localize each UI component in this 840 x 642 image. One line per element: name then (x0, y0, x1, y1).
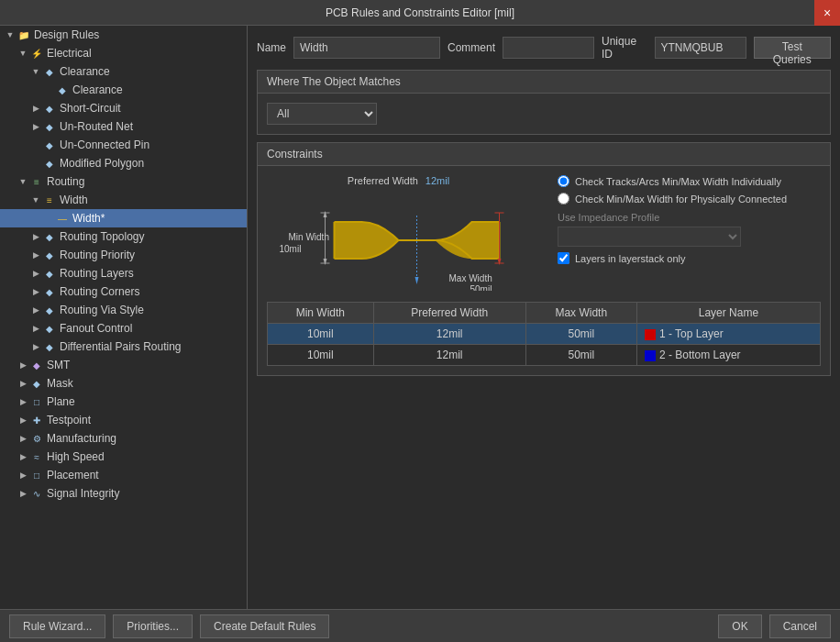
tree-icon-routing-topology: ◆ (42, 229, 57, 244)
tree-item-width-group[interactable]: ▼≡Width (0, 191, 247, 209)
rule-wizard-button[interactable]: Rule Wizard... (9, 614, 105, 638)
tree-icon-design-rules: 📁 (17, 28, 31, 42)
tree-label-clearance-item: Clearance (72, 83, 123, 96)
close-button[interactable]: × (814, 0, 840, 26)
comment-label: Comment (448, 41, 495, 54)
tree-item-clearance-item[interactable]: ◆Clearance (0, 81, 247, 99)
tree-label-manufacturing: Manufacturing (47, 432, 116, 445)
constraints-content: Preferred Width 12mil (258, 166, 830, 375)
where-matches-title: Where The Object Matches (258, 71, 830, 94)
radio2-label: Check Min/Max Width for Physically Conne… (575, 194, 787, 205)
title-bar: PCB Rules and Constraints Editor [mil] × (0, 0, 840, 26)
cell-preferred-width: 12mil (373, 345, 525, 366)
header-row: Name Comment Unique ID Test Queries (257, 35, 831, 61)
tree-icon-un-routed-net: ◆ (42, 119, 57, 134)
tree-item-routing-priority[interactable]: ▶◆Routing Priority (0, 246, 247, 264)
tree-item-un-routed-net[interactable]: ▶◆Un-Routed Net (0, 117, 247, 136)
tree-item-plane[interactable]: ▶□Plane (0, 393, 247, 411)
tree-item-manufacturing[interactable]: ▶⚙Manufacturing (0, 429, 247, 448)
tree-item-smt[interactable]: ▶◆SMT (0, 356, 247, 374)
tree-arrow: ▶ (29, 287, 42, 296)
tree-item-differential-pairs[interactable]: ▶◆Differential Pairs Routing (0, 338, 247, 356)
tree-arrow: ▼ (29, 195, 42, 205)
tree-item-width-item[interactable]: —Width* (0, 209, 247, 227)
tree-icon-modified-polygon: ◆ (42, 156, 57, 171)
radio-item-1[interactable]: Check Tracks/Arcs Min/Max Width Individu… (558, 175, 821, 187)
tree-label-routing: Routing (47, 175, 84, 188)
tree-arrow: ▶ (29, 104, 42, 113)
constraints-right: Check Tracks/Arcs Min/Max Width Individu… (548, 175, 821, 294)
tree-item-modified-polygon[interactable]: ◆Modified Polygon (0, 154, 247, 172)
tree-icon-signal-integrity: ∿ (29, 486, 44, 501)
tree-label-routing-topology: Routing Topology (60, 230, 145, 243)
tree-item-clearance-group[interactable]: ▼◆Clearance (0, 62, 247, 81)
tree-arrow: ▶ (29, 232, 42, 241)
cancel-button[interactable]: Cancel (769, 614, 831, 638)
cell-max-width: 50mil (525, 324, 636, 345)
create-default-rules-button[interactable]: Create Default Rules (200, 614, 329, 638)
tree-arrow: ▼ (17, 49, 29, 58)
name-input[interactable] (293, 37, 440, 59)
tree-icon-routing-via-style: ◆ (42, 303, 57, 317)
tree-label-un-routed-net: Un-Routed Net (60, 120, 133, 133)
layerstack-row[interactable]: Layers in layerstack only (558, 252, 821, 264)
tree-item-testpoint[interactable]: ▶✚Testpoint (0, 411, 247, 429)
tree-item-routing-layers[interactable]: ▶◆Routing Layers (0, 264, 247, 282)
name-label: Name (257, 41, 286, 54)
tree-item-design-rules[interactable]: ▼📁Design Rules (0, 26, 247, 44)
layerstack-checkbox[interactable] (558, 252, 569, 264)
tree-label-smt: SMT (47, 359, 70, 371)
tree-item-placement[interactable]: ▶□Placement (0, 466, 247, 484)
radio-connected[interactable] (558, 193, 569, 205)
tree-item-fanout-control[interactable]: ▶◆Fanout Control (0, 319, 247, 338)
tree-arrow: ▶ (29, 342, 42, 351)
tree-label-routing-priority: Routing Priority (60, 249, 135, 261)
tree-item-signal-integrity[interactable]: ▶∿Signal Integrity (0, 484, 247, 503)
comment-input[interactable] (503, 37, 594, 59)
constraints-section: Constraints Preferred Width 12mil (257, 142, 831, 376)
tree-item-un-connected-pin[interactable]: ◆Un-Connected Pin (0, 136, 247, 154)
tree-item-high-speed[interactable]: ▶≈High Speed (0, 448, 247, 466)
radio-item-2[interactable]: Check Min/Max Width for Physically Conne… (558, 193, 821, 205)
tree-item-routing-corners[interactable]: ▶◆Routing Corners (0, 282, 247, 301)
unique-id-input[interactable] (655, 37, 746, 59)
tree-icon-clearance-group: ◆ (42, 64, 57, 79)
tree-arrow: ▶ (17, 360, 29, 370)
match-select[interactable]: All (267, 103, 377, 125)
priorities-button[interactable]: Priorities... (113, 614, 193, 638)
tree-item-short-circuit[interactable]: ▶◆Short-Circuit (0, 99, 247, 117)
tree-item-routing[interactable]: ▼≡Routing (0, 172, 247, 191)
main-area: ▼📁Design Rules▼⚡Electrical▼◆Clearance◆Cl… (0, 26, 840, 609)
tree-item-electrical[interactable]: ▼⚡Electrical (0, 44, 247, 62)
svg-marker-14 (415, 277, 419, 284)
cell-layer-name: 2 - Bottom Layer (636, 345, 820, 366)
right-panel: Name Comment Unique ID Test Queries Wher… (248, 26, 840, 609)
tree-item-mask[interactable]: ▶◆Mask (0, 374, 247, 393)
width-table: Min Width Preferred Width Max Width Laye… (267, 302, 821, 366)
tree-arrow: ▶ (29, 250, 42, 260)
window-title: PCB Rules and Constraints Editor [mil] (326, 6, 514, 19)
tree-arrow: ▶ (17, 397, 29, 406)
table-row[interactable]: 10mil12mil50mil2 - Bottom Layer (268, 345, 821, 366)
impedance-select[interactable] (558, 227, 741, 247)
tree-icon-routing-priority: ◆ (42, 248, 57, 262)
tree-item-routing-via-style[interactable]: ▶◆Routing Via Style (0, 301, 247, 319)
tree-label-electrical: Electrical (47, 47, 92, 60)
table-row[interactable]: 10mil12mil50mil1 - Top Layer (268, 324, 821, 345)
svg-marker-4 (324, 211, 327, 217)
tree-label-routing-layers: Routing Layers (60, 267, 134, 280)
svg-text:10mil: 10mil (280, 244, 302, 254)
cell-min-width: 10mil (268, 345, 374, 366)
tree-label-plane: Plane (47, 395, 75, 408)
test-queries-button[interactable]: Test Queries (754, 37, 831, 59)
tree-item-routing-topology[interactable]: ▶◆Routing Topology (0, 227, 247, 246)
impedance-row: Use Impedance Profile (558, 212, 821, 247)
tree-icon-placement: □ (29, 468, 44, 482)
tree-icon-width-item: — (55, 211, 70, 226)
constraints-title: Constraints (258, 143, 830, 166)
tree-label-width-group: Width (60, 194, 88, 206)
radio-individually[interactable] (558, 175, 569, 187)
cell-preferred-width: 12mil (373, 324, 525, 345)
tree-label-fanout-control: Fanout Control (60, 322, 132, 335)
ok-button[interactable]: OK (718, 614, 761, 638)
